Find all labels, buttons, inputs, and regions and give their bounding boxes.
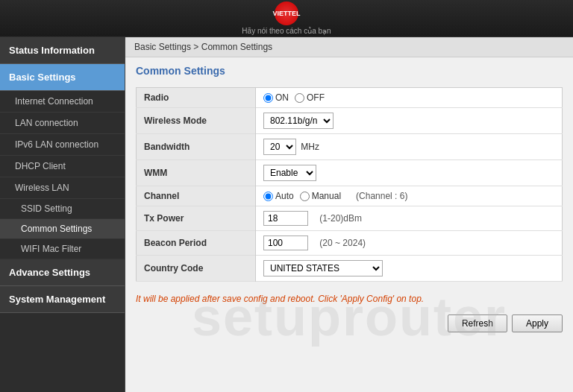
sidebar-advance-settings[interactable]: Advance Settings — [0, 259, 125, 286]
sidebar-item-wireless-lan[interactable]: Wireless LAN — [0, 177, 125, 199]
field-label-radio: Radio — [137, 88, 256, 108]
wmm-select[interactable]: Enable Disable — [263, 165, 316, 181]
breadcrumb: Basic Settings > Common Settings — [125, 37, 573, 57]
sidebar-item-lan-connection[interactable]: LAN connection — [0, 113, 125, 134]
header: VIETTEL Hãy nói theo cách của bạn — [0, 0, 573, 37]
field-label-tx-power: Tx Power — [137, 206, 256, 231]
wireless-mode-select[interactable]: 802.11b/g/n 802.11b/g 802.11n — [263, 113, 334, 129]
notice-text: It will be applied after save config and… — [136, 289, 563, 309]
sidebar-item-ssid-setting[interactable]: SSID Setting — [0, 199, 125, 219]
channel-manual-label[interactable]: Manual — [300, 191, 341, 201]
table-row-tx-power: Tx Power (1-20)dBm — [137, 206, 563, 231]
bandwidth-select[interactable]: 20 40 — [263, 139, 296, 155]
field-value-wmm: Enable Disable — [256, 160, 563, 186]
radio-on-input[interactable] — [263, 93, 273, 103]
tx-power-info: (1-20)dBm — [319, 213, 362, 224]
table-row-beacon-period: Beacon Period (20 ~ 2024) — [137, 231, 563, 256]
section-title: Common Settings — [136, 65, 563, 80]
channel-auto-input[interactable] — [263, 192, 273, 201]
logo-area: VIETTEL Hãy nói theo cách của bạn — [242, 1, 331, 35]
table-row-country-code: Country Code UNITED STATES VIETNAM — [137, 256, 563, 282]
field-label-beacon-period: Beacon Period — [137, 231, 256, 256]
sidebar-item-dhcp-client[interactable]: DHCP Client — [0, 156, 125, 177]
tx-power-input[interactable] — [263, 211, 308, 226]
table-row-wmm: WMM Enable Disable — [137, 160, 563, 186]
beacon-period-input[interactable] — [263, 235, 308, 250]
button-row: Refresh Apply — [136, 314, 563, 332]
field-label-wmm: WMM — [137, 160, 256, 186]
layout: Status Information Basic Settings Intern… — [0, 37, 573, 392]
field-label-channel: Channel — [137, 186, 256, 206]
radio-group-on-off: ON OFF — [263, 92, 554, 103]
table-row-channel: Channel Auto Manual (Channel : 6) — [137, 186, 563, 206]
sidebar-status-information[interactable]: Status Information — [0, 37, 125, 64]
field-label-bandwidth: Bandwidth — [137, 134, 256, 160]
channel-info: (Channel : 6) — [356, 191, 407, 201]
sidebar-item-common-settings[interactable]: Common Settings — [0, 219, 125, 239]
sidebar-basic-settings[interactable]: Basic Settings — [0, 64, 125, 91]
sidebar-item-ipv6-lan-connection[interactable]: IPv6 LAN connection — [0, 134, 125, 156]
field-label-country-code: Country Code — [137, 256, 256, 282]
field-value-channel: Auto Manual (Channel : 6) — [256, 186, 563, 206]
country-code-select[interactable]: UNITED STATES VIETNAM — [263, 260, 383, 276]
sidebar-item-internet-connection[interactable]: Internet Connection — [0, 91, 125, 113]
sidebar-item-wifi-mac-filter[interactable]: WIFI Mac Filter — [0, 239, 125, 259]
main-content: Basic Settings > Common Settings Common … — [125, 37, 573, 392]
field-value-bandwidth: 20 40 MHz — [256, 134, 563, 160]
apply-button[interactable]: Apply — [512, 314, 563, 332]
table-row-radio: Radio ON OFF — [137, 88, 563, 108]
sidebar: Status Information Basic Settings Intern… — [0, 37, 125, 392]
channel-radio-group: Auto Manual (Channel : 6) — [263, 191, 554, 201]
field-value-country-code: UNITED STATES VIETNAM — [256, 256, 563, 282]
field-value-radio: ON OFF — [256, 88, 563, 108]
channel-auto-label[interactable]: Auto — [263, 191, 294, 201]
field-label-wireless-mode: Wireless Mode — [137, 108, 256, 134]
radio-off-input[interactable] — [295, 93, 304, 103]
field-value-tx-power: (1-20)dBm — [256, 206, 563, 231]
beacon-period-info: (20 ~ 2024) — [319, 238, 366, 248]
logo-tagline: Hãy nói theo cách của bạn — [242, 27, 331, 35]
content-area: Common Settings Radio ON OFF — [125, 57, 573, 340]
channel-manual-input[interactable] — [300, 192, 310, 201]
table-row-wireless-mode: Wireless Mode 802.11b/g/n 802.11b/g 802.… — [137, 108, 563, 134]
field-value-beacon-period: (20 ~ 2024) — [256, 231, 563, 256]
table-row-bandwidth: Bandwidth 20 40 MHz — [137, 134, 563, 160]
refresh-button[interactable]: Refresh — [448, 314, 507, 332]
radio-on-label[interactable]: ON — [263, 92, 289, 103]
radio-off-label[interactable]: OFF — [295, 92, 325, 103]
settings-table: Radio ON OFF Wireless — [136, 87, 563, 282]
mhz-unit: MHz — [301, 142, 319, 152]
viettel-logo: VIETTEL — [275, 1, 298, 25]
sidebar-system-management[interactable]: System Management — [0, 286, 125, 313]
field-value-wireless-mode: 802.11b/g/n 802.11b/g 802.11n — [256, 108, 563, 134]
